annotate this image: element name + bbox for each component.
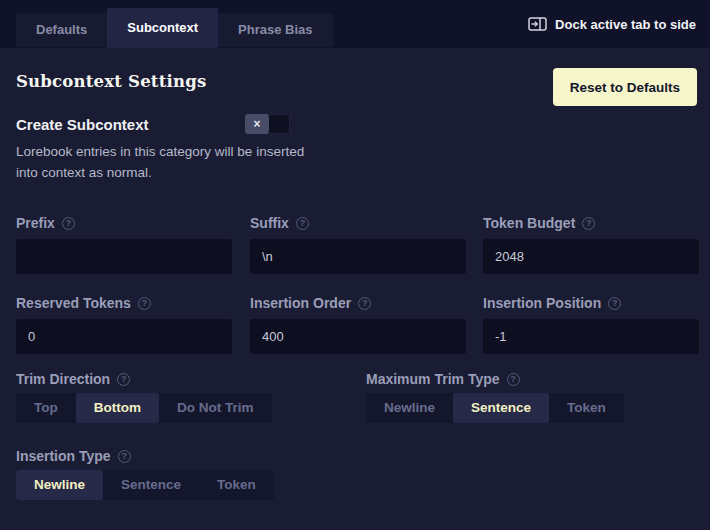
suffix-input[interactable] — [250, 239, 466, 274]
suffix-label: Suffix — [250, 215, 289, 231]
insertion-position-label: Insertion Position — [483, 295, 601, 311]
create-subcontext-label: Create Subcontext — [16, 116, 149, 133]
token-budget-label: Token Budget — [483, 215, 575, 231]
insertion-token-button[interactable]: Token — [199, 470, 274, 500]
reserved-tokens-field: Reserved Tokens ? — [16, 295, 232, 354]
page-title: Subcontext Settings — [16, 72, 206, 91]
trim-do-not-trim-button[interactable]: Do Not Trim — [159, 393, 272, 423]
dock-active-tab-button[interactable]: Dock active tab to side — [528, 0, 696, 48]
help-icon[interactable]: ? — [358, 297, 371, 310]
maximum-trim-type-label: Maximum Trim Type — [366, 371, 500, 387]
insertion-type-label: Insertion Type — [16, 448, 111, 464]
insertion-order-field: Insertion Order ? — [250, 295, 466, 354]
dock-panel-right-icon — [528, 17, 547, 31]
insertion-type-section: Insertion Type ? Newline Sentence Token — [16, 448, 274, 500]
reserved-tokens-label: Reserved Tokens — [16, 295, 131, 311]
help-icon[interactable]: ? — [582, 217, 595, 230]
tab-phrase-bias[interactable]: Phrase Bias — [218, 13, 332, 47]
trim-direction-label: Trim Direction — [16, 371, 110, 387]
reset-to-defaults-button[interactable]: Reset to Defaults — [553, 68, 697, 106]
max-trim-sentence-button[interactable]: Sentence — [453, 393, 549, 423]
insertion-sentence-button[interactable]: Sentence — [103, 470, 199, 500]
description-line: Lorebook entries in this category will b… — [16, 142, 304, 163]
trim-top-button[interactable]: Top — [16, 393, 76, 423]
insertion-position-field: Insertion Position ? — [483, 295, 699, 354]
help-icon[interactable]: ? — [62, 217, 75, 230]
insertion-order-input[interactable] — [250, 319, 466, 354]
maximum-trim-type-section: Maximum Trim Type ? Newline Sentence Tok… — [366, 371, 624, 423]
tab-bar: Defaults Subcontext Phrase Bias Dock act… — [0, 0, 710, 48]
trim-direction-buttons: Top Bottom Do Not Trim — [16, 393, 272, 423]
prefix-input[interactable] — [16, 239, 232, 274]
token-budget-input[interactable] — [483, 239, 699, 274]
help-icon[interactable]: ? — [507, 373, 520, 386]
trim-bottom-button[interactable]: Bottom — [76, 393, 159, 423]
token-budget-field: Token Budget ? — [483, 215, 699, 274]
max-trim-token-button[interactable]: Token — [549, 393, 624, 423]
dock-active-tab-label: Dock active tab to side — [555, 17, 696, 32]
description-line: into context as normal. — [16, 163, 304, 184]
suffix-field: Suffix ? — [250, 215, 466, 274]
insertion-newline-button[interactable]: Newline — [16, 470, 103, 500]
prefix-field: Prefix ? — [16, 215, 232, 274]
create-subcontext-description: Lorebook entries in this category will b… — [16, 142, 304, 183]
tab-strip: Defaults Subcontext Phrase Bias — [16, 8, 333, 48]
help-icon[interactable]: ? — [118, 450, 131, 463]
trim-direction-section: Trim Direction ? Top Bottom Do Not Trim — [16, 371, 272, 423]
help-icon[interactable]: ? — [608, 297, 621, 310]
insertion-position-input[interactable] — [483, 319, 699, 354]
tab-subcontext[interactable]: Subcontext — [107, 8, 218, 48]
prefix-label: Prefix — [16, 215, 55, 231]
maximum-trim-type-buttons: Newline Sentence Token — [366, 393, 624, 423]
help-icon[interactable]: ? — [296, 217, 309, 230]
insertion-type-buttons: Newline Sentence Token — [16, 470, 274, 500]
max-trim-newline-button[interactable]: Newline — [366, 393, 453, 423]
subcontext-settings-panel: Defaults Subcontext Phrase Bias Dock act… — [0, 0, 710, 530]
tab-defaults[interactable]: Defaults — [16, 13, 107, 47]
insertion-order-label: Insertion Order — [250, 295, 351, 311]
reserved-tokens-input[interactable] — [16, 319, 232, 354]
toggle-off-x-icon: × — [245, 114, 269, 134]
create-subcontext-toggle[interactable]: × — [245, 114, 290, 134]
help-icon[interactable]: ? — [138, 297, 151, 310]
help-icon[interactable]: ? — [117, 373, 130, 386]
